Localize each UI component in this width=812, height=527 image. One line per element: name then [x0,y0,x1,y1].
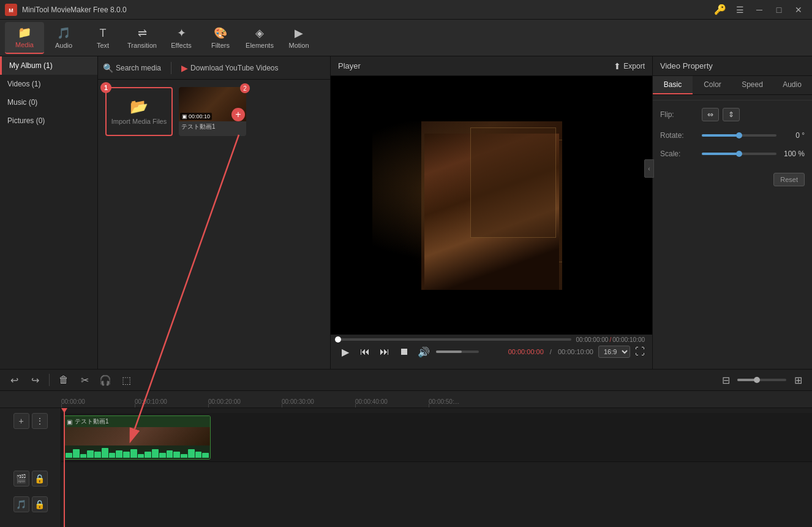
transition-label: Transition [127,42,157,49]
zoom-out-button[interactable]: ⊟ [716,372,735,388]
sidebar-item-pictures[interactable]: Pictures (0) [0,112,97,130]
minimize-button[interactable]: ─ [751,4,768,16]
play-button[interactable]: ▶ [338,344,353,359]
clip-icon: ▣ [67,419,72,425]
clip-thumbnail-strip [64,427,210,445]
motion-label: Motion [288,42,309,49]
menu-button[interactable]: ☰ [731,4,748,16]
volume-button[interactable]: 🔊 [416,344,431,359]
add-track-button[interactable]: + [13,413,29,429]
prev-button[interactable]: ⏮ [358,344,372,359]
stop-button[interactable]: ⏹ [397,344,412,359]
player-panel: Player ⬆ Export 00 [331,56,653,369]
current-time-display: 00:00:00:00 [508,348,544,355]
zoom-slider[interactable] [737,379,786,381]
zoom-in-button[interactable]: ⊞ [789,372,807,388]
ruler-mark-0: 00:00:00 [61,398,135,405]
delete-button[interactable]: 🗑 [55,372,73,388]
close-button[interactable]: ✕ [790,4,807,16]
progress-bar[interactable]: 00:00:00:00 / 00:00:10:00 [338,337,645,342]
import-tile-wrapper: 📂 Import Media Files 1 [105,87,173,136]
timeline-tracks: ▣ テスト動画1 [61,408,812,527]
reset-button[interactable]: Reset [773,173,805,186]
app-icon: M [5,4,17,16]
import-media-tile[interactable]: 📂 Import Media Files [105,87,173,136]
export-button[interactable]: ⬆ Export [614,61,645,71]
toolbar-item-motion[interactable]: ▶ Motion [279,22,318,54]
tab-audio[interactable]: Audio [772,76,812,94]
rotate-row: Rotate: 0 ° [660,131,805,140]
scale-row: Scale: 100 % [660,150,805,158]
svg-text:M: M [9,7,13,13]
track-controls-row-2: 🎬 🔒 [13,471,48,487]
maximize-button[interactable]: □ [770,4,788,16]
clip-header: ▣ テスト動画1 [64,416,210,427]
add-to-timeline-button[interactable]: + [231,108,245,121]
music-label: Music (0) [7,98,37,107]
aspect-ratio-select[interactable]: 16:9 4:3 1:1 9:16 [598,346,630,358]
lock-track-button[interactable]: 🔒 [32,471,48,487]
undo-button[interactable]: ↩ [5,372,23,388]
zoom-dot [754,377,760,383]
lock-audio-button[interactable]: 🔒 [32,496,48,512]
toolbar-item-text[interactable]: T Text [83,22,122,54]
toolbar-item-transition[interactable]: ⇌ Transition [122,22,162,54]
search-media-label: Search media [116,64,161,72]
tab-color[interactable]: Color [693,76,732,94]
audio-detach-button[interactable]: 🎧 [96,372,115,388]
flip-horizontal-button[interactable]: ⇔ [702,108,719,121]
waveform-bars [64,447,210,458]
ruler-mark-1: 00:00:10:00 [135,398,208,405]
video-clip[interactable]: ▣ テスト動画1 [64,415,211,460]
flip-controls: ⇔ ⇕ [702,108,805,121]
toolbar-item-effects[interactable]: ✦ Effects [162,22,201,54]
rotate-label: Rotate: [660,131,697,140]
audio-track-icon: 🎵 [13,496,29,512]
media-panel: 🔍 Search media ▶ Download YouTube Videos… [98,56,331,369]
youtube-download-button[interactable]: ▶ Download YouTube Videos [181,63,278,73]
right-panel: Video Property Basic Color Speed Audio F… [653,56,812,369]
video-tile[interactable]: ▣ 00:00:10 テスト動画1 + [179,87,246,136]
sidebar-item-music[interactable]: Music (0) [0,93,97,112]
sidebar-item-my-album[interactable]: My Album (1) [0,56,97,75]
sidebar-item-videos[interactable]: Videos (1) [0,75,97,93]
volume-fill [436,351,462,353]
video-tile-wrapper: ▣ 00:00:10 テスト動画1 + 2 [179,87,246,136]
toolbar-item-elements[interactable]: ◈ Elements [240,22,279,54]
redo-button[interactable]: ↪ [26,372,44,388]
scene-decor [470,127,556,238]
volume-slider[interactable] [436,351,479,353]
flip-vertical-button[interactable]: ⇕ [723,108,740,121]
duration-text: 00:00:10 [189,113,210,119]
app-title: MiniTool MovieMaker Free 8.0.0 [22,6,714,14]
audio-icon: 🎵 [57,26,70,40]
toolbar-item-media[interactable]: 📁 Media [5,22,44,54]
tab-speed[interactable]: Speed [732,76,772,94]
audio-label: Audio [55,42,72,49]
fullscreen-button[interactable]: ⛶ [635,346,645,357]
zoom-controls: ⊟ ⊞ [716,372,807,388]
media-toolbar: 🔍 Search media ▶ Download YouTube Videos [98,56,330,80]
tab-basic[interactable]: Basic [653,76,693,94]
search-media-button[interactable]: 🔍 Search media [103,63,161,73]
cut-button[interactable]: ✂ [75,372,94,388]
film-icon: ▣ [182,113,187,119]
ruler-mark-5: 00:00:50:... [429,398,502,405]
collapse-panel-button[interactable]: ‹ [644,159,654,178]
progress-track[interactable] [338,338,571,341]
scale-slider[interactable] [702,153,776,155]
scale-control: 100 % [702,150,805,158]
video-property-title: Video Property [660,61,713,70]
toolbar: 📁 Media 🎵 Audio T Text ⇌ Transition ✦ Ef… [0,20,812,56]
crop-button[interactable]: ⬚ [117,372,135,388]
track-options-button[interactable]: ⋮ [32,413,48,429]
import-badge: 1 [100,82,111,93]
titlebar: M MiniTool MovieMaker Free 8.0.0 🔑 ☰ ─ □… [0,0,812,20]
property-content: Flip: ⇔ ⇕ Rotate: [653,100,812,194]
youtube-icon: ▶ [181,63,188,73]
toolbar-item-audio[interactable]: 🎵 Audio [44,22,83,54]
video-preview [372,121,611,290]
toolbar-item-filters[interactable]: 🎨 Filters [201,22,240,54]
next-button[interactable]: ⏭ [377,344,392,359]
rotate-slider[interactable] [702,134,776,137]
